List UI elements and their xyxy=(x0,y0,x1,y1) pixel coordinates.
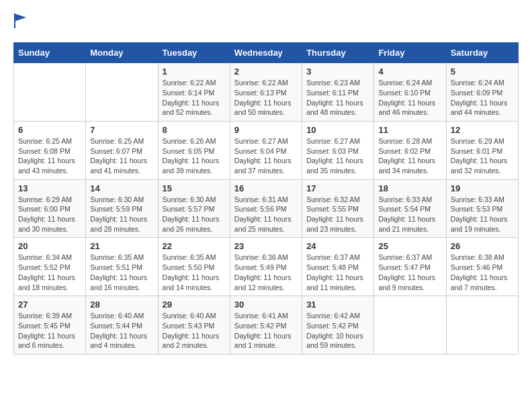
week-row-4: 20Sunrise: 6:34 AM Sunset: 5:52 PM Dayli… xyxy=(14,238,519,296)
day-cell: 17Sunrise: 6:32 AM Sunset: 5:55 PM Dayli… xyxy=(302,179,374,238)
day-number: 23 xyxy=(234,241,298,251)
svg-marker-0 xyxy=(14,13,26,21)
day-info: Sunrise: 6:33 AM Sunset: 5:53 PM Dayligh… xyxy=(451,195,514,234)
logo-flag-icon xyxy=(14,13,26,28)
day-cell: 26Sunrise: 6:38 AM Sunset: 5:46 PM Dayli… xyxy=(446,238,518,296)
day-cell: 27Sunrise: 6:39 AM Sunset: 5:45 PM Dayli… xyxy=(14,296,86,355)
day-cell: 20Sunrise: 6:34 AM Sunset: 5:52 PM Dayli… xyxy=(14,238,86,296)
header-cell-monday: Monday xyxy=(86,43,158,63)
day-cell: 29Sunrise: 6:40 AM Sunset: 5:43 PM Dayli… xyxy=(158,296,230,355)
day-cell: 6Sunrise: 6:25 AM Sunset: 6:08 PM Daylig… xyxy=(14,121,86,179)
day-number: 19 xyxy=(451,183,514,193)
day-info: Sunrise: 6:37 AM Sunset: 5:47 PM Dayligh… xyxy=(378,253,441,292)
day-number: 1 xyxy=(163,66,226,77)
week-row-2: 6Sunrise: 6:25 AM Sunset: 6:08 PM Daylig… xyxy=(14,121,519,179)
day-cell: 1Sunrise: 6:22 AM Sunset: 6:14 PM Daylig… xyxy=(158,63,230,122)
day-number: 22 xyxy=(163,241,226,251)
header-cell-wednesday: Wednesday xyxy=(230,43,302,63)
day-number: 14 xyxy=(90,183,153,193)
day-info: Sunrise: 6:24 AM Sunset: 6:09 PM Dayligh… xyxy=(451,78,514,118)
day-info: Sunrise: 6:30 AM Sunset: 5:57 PM Dayligh… xyxy=(163,195,226,234)
day-number: 15 xyxy=(163,183,226,193)
day-number: 6 xyxy=(18,125,81,135)
day-cell: 24Sunrise: 6:37 AM Sunset: 5:48 PM Dayli… xyxy=(302,238,374,296)
logo xyxy=(13,13,26,32)
week-row-3: 13Sunrise: 6:29 AM Sunset: 6:00 PM Dayli… xyxy=(14,179,519,238)
day-info: Sunrise: 6:24 AM Sunset: 6:10 PM Dayligh… xyxy=(378,78,441,118)
day-cell: 15Sunrise: 6:30 AM Sunset: 5:57 PM Dayli… xyxy=(158,179,230,238)
day-info: Sunrise: 6:25 AM Sunset: 6:07 PM Dayligh… xyxy=(90,136,153,176)
header-row: SundayMondayTuesdayWednesdayThursdayFrid… xyxy=(14,43,519,63)
day-cell: 25Sunrise: 6:37 AM Sunset: 5:47 PM Dayli… xyxy=(374,238,446,296)
day-info: Sunrise: 6:36 AM Sunset: 5:49 PM Dayligh… xyxy=(234,253,298,292)
day-cell: 22Sunrise: 6:35 AM Sunset: 5:50 PM Dayli… xyxy=(158,238,230,296)
day-info: Sunrise: 6:27 AM Sunset: 6:03 PM Dayligh… xyxy=(306,136,369,176)
day-cell: 19Sunrise: 6:33 AM Sunset: 5:53 PM Dayli… xyxy=(446,179,518,238)
day-number: 27 xyxy=(18,300,81,310)
day-number: 3 xyxy=(306,66,369,77)
week-row-1: 1Sunrise: 6:22 AM Sunset: 6:14 PM Daylig… xyxy=(14,63,519,122)
day-info: Sunrise: 6:33 AM Sunset: 5:54 PM Dayligh… xyxy=(378,195,441,234)
page-header xyxy=(13,13,519,32)
day-cell: 31Sunrise: 6:42 AM Sunset: 5:42 PM Dayli… xyxy=(302,296,374,355)
day-cell: 8Sunrise: 6:26 AM Sunset: 6:05 PM Daylig… xyxy=(158,121,230,179)
day-cell: 4Sunrise: 6:24 AM Sunset: 6:10 PM Daylig… xyxy=(374,63,446,122)
day-info: Sunrise: 6:40 AM Sunset: 5:44 PM Dayligh… xyxy=(90,311,153,351)
day-number: 7 xyxy=(90,125,153,135)
svg-rect-1 xyxy=(14,13,15,28)
day-cell: 11Sunrise: 6:28 AM Sunset: 6:02 PM Dayli… xyxy=(374,121,446,179)
day-info: Sunrise: 6:29 AM Sunset: 6:01 PM Dayligh… xyxy=(451,136,514,176)
week-row-5: 27Sunrise: 6:39 AM Sunset: 5:45 PM Dayli… xyxy=(14,296,519,355)
day-cell xyxy=(446,296,518,355)
day-cell: 23Sunrise: 6:36 AM Sunset: 5:49 PM Dayli… xyxy=(230,238,302,296)
day-number: 11 xyxy=(378,125,441,135)
day-cell: 3Sunrise: 6:23 AM Sunset: 6:11 PM Daylig… xyxy=(302,63,374,122)
day-cell: 16Sunrise: 6:31 AM Sunset: 5:56 PM Dayli… xyxy=(230,179,302,238)
day-info: Sunrise: 6:41 AM Sunset: 5:42 PM Dayligh… xyxy=(234,311,298,351)
day-info: Sunrise: 6:39 AM Sunset: 5:45 PM Dayligh… xyxy=(18,311,81,351)
day-number: 16 xyxy=(234,183,298,193)
day-number: 24 xyxy=(306,241,369,251)
day-info: Sunrise: 6:32 AM Sunset: 5:55 PM Dayligh… xyxy=(306,195,369,234)
day-cell: 30Sunrise: 6:41 AM Sunset: 5:42 PM Dayli… xyxy=(230,296,302,355)
day-info: Sunrise: 6:35 AM Sunset: 5:50 PM Dayligh… xyxy=(163,253,226,292)
day-info: Sunrise: 6:27 AM Sunset: 6:04 PM Dayligh… xyxy=(234,136,298,176)
day-number: 13 xyxy=(18,183,81,193)
day-info: Sunrise: 6:42 AM Sunset: 5:42 PM Dayligh… xyxy=(306,311,369,351)
calendar-body: 1Sunrise: 6:22 AM Sunset: 6:14 PM Daylig… xyxy=(14,63,519,355)
day-cell: 10Sunrise: 6:27 AM Sunset: 6:03 PM Dayli… xyxy=(302,121,374,179)
day-info: Sunrise: 6:40 AM Sunset: 5:43 PM Dayligh… xyxy=(163,311,226,351)
day-number: 28 xyxy=(90,300,153,310)
day-number: 4 xyxy=(378,66,441,77)
header-cell-saturday: Saturday xyxy=(446,43,518,63)
day-info: Sunrise: 6:38 AM Sunset: 5:46 PM Dayligh… xyxy=(451,253,514,292)
day-number: 12 xyxy=(451,125,514,135)
day-cell: 18Sunrise: 6:33 AM Sunset: 5:54 PM Dayli… xyxy=(374,179,446,238)
day-info: Sunrise: 6:31 AM Sunset: 5:56 PM Dayligh… xyxy=(234,195,298,234)
calendar-header: SundayMondayTuesdayWednesdayThursdayFrid… xyxy=(14,43,519,63)
day-cell: 5Sunrise: 6:24 AM Sunset: 6:09 PM Daylig… xyxy=(446,63,518,122)
day-info: Sunrise: 6:22 AM Sunset: 6:14 PM Dayligh… xyxy=(163,78,226,118)
day-info: Sunrise: 6:29 AM Sunset: 6:00 PM Dayligh… xyxy=(18,195,81,234)
day-number: 17 xyxy=(306,183,369,193)
day-cell: 2Sunrise: 6:22 AM Sunset: 6:13 PM Daylig… xyxy=(230,63,302,122)
day-info: Sunrise: 6:25 AM Sunset: 6:08 PM Dayligh… xyxy=(18,136,81,176)
day-cell: 14Sunrise: 6:30 AM Sunset: 5:59 PM Dayli… xyxy=(86,179,158,238)
day-info: Sunrise: 6:30 AM Sunset: 5:59 PM Dayligh… xyxy=(90,195,153,234)
calendar-table: SundayMondayTuesdayWednesdayThursdayFrid… xyxy=(13,42,519,355)
day-info: Sunrise: 6:23 AM Sunset: 6:11 PM Dayligh… xyxy=(306,78,369,118)
day-info: Sunrise: 6:37 AM Sunset: 5:48 PM Dayligh… xyxy=(306,253,369,292)
day-number: 20 xyxy=(18,241,81,251)
day-info: Sunrise: 6:35 AM Sunset: 5:51 PM Dayligh… xyxy=(90,253,153,292)
day-cell: 13Sunrise: 6:29 AM Sunset: 6:00 PM Dayli… xyxy=(14,179,86,238)
header-cell-sunday: Sunday xyxy=(14,43,86,63)
day-info: Sunrise: 6:28 AM Sunset: 6:02 PM Dayligh… xyxy=(378,136,441,176)
day-number: 29 xyxy=(163,300,226,310)
day-info: Sunrise: 6:26 AM Sunset: 6:05 PM Dayligh… xyxy=(163,136,226,176)
day-number: 30 xyxy=(234,300,298,310)
day-number: 21 xyxy=(90,241,153,251)
day-cell xyxy=(86,63,158,122)
day-info: Sunrise: 6:22 AM Sunset: 6:13 PM Dayligh… xyxy=(234,78,298,118)
day-cell xyxy=(14,63,86,122)
day-info: Sunrise: 6:34 AM Sunset: 5:52 PM Dayligh… xyxy=(18,253,81,292)
